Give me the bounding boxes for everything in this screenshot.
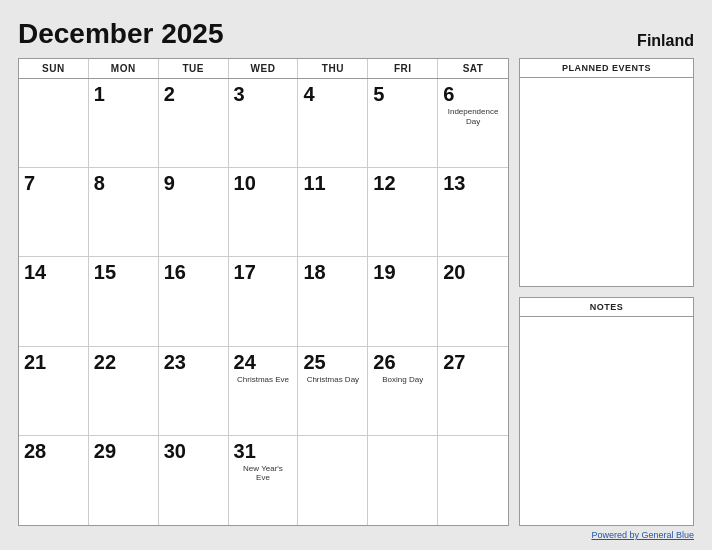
calendar-page: December 2025 Finland SUNMONTUEWEDTHUFRI… bbox=[0, 0, 712, 550]
day-number: 27 bbox=[443, 351, 465, 373]
cal-cell: 27 bbox=[438, 347, 508, 436]
calendar-grid: SUNMONTUEWEDTHUFRISAT 123456Independence… bbox=[18, 58, 509, 526]
day-number: 19 bbox=[373, 261, 395, 283]
cal-cell: 2 bbox=[159, 79, 229, 168]
cal-cell: 6Independence Day bbox=[438, 79, 508, 168]
cal-cell: 25Christmas Day bbox=[298, 347, 368, 436]
planned-events-title: PLANNED EVENTS bbox=[520, 59, 693, 78]
cal-cell bbox=[298, 436, 368, 525]
day-number: 2 bbox=[164, 83, 175, 105]
day-number: 17 bbox=[234, 261, 256, 283]
day-number: 5 bbox=[373, 83, 384, 105]
cal-cell bbox=[368, 436, 438, 525]
cal-cell bbox=[19, 79, 89, 168]
cal-cell: 19 bbox=[368, 257, 438, 346]
weekday-header-thu: THU bbox=[298, 59, 368, 78]
weekday-header-fri: FRI bbox=[368, 59, 438, 78]
cal-cell: 8 bbox=[89, 168, 159, 257]
day-number: 8 bbox=[94, 172, 105, 194]
cal-cell: 14 bbox=[19, 257, 89, 346]
calendar-header: SUNMONTUEWEDTHUFRISAT bbox=[19, 59, 508, 79]
day-number: 14 bbox=[24, 261, 46, 283]
cal-cell: 29 bbox=[89, 436, 159, 525]
day-number: 31 bbox=[234, 440, 256, 462]
cal-cell: 9 bbox=[159, 168, 229, 257]
day-number: 23 bbox=[164, 351, 186, 373]
sidebar: PLANNED EVENTS NOTES bbox=[519, 58, 694, 526]
cal-cell bbox=[438, 436, 508, 525]
day-number: 15 bbox=[94, 261, 116, 283]
day-number: 12 bbox=[373, 172, 395, 194]
cal-cell: 5 bbox=[368, 79, 438, 168]
day-number: 25 bbox=[303, 351, 325, 373]
day-number: 22 bbox=[94, 351, 116, 373]
day-event: Christmas Eve bbox=[234, 375, 293, 385]
cal-cell: 31New Year's Eve bbox=[229, 436, 299, 525]
planned-events-box: PLANNED EVENTS bbox=[519, 58, 694, 287]
cal-cell: 18 bbox=[298, 257, 368, 346]
cal-cell: 26Boxing Day bbox=[368, 347, 438, 436]
cal-cell: 13 bbox=[438, 168, 508, 257]
day-number: 7 bbox=[24, 172, 35, 194]
day-number: 4 bbox=[303, 83, 314, 105]
cal-cell: 3 bbox=[229, 79, 299, 168]
cal-cell: 28 bbox=[19, 436, 89, 525]
day-number: 11 bbox=[303, 172, 325, 194]
day-number: 16 bbox=[164, 261, 186, 283]
weekday-header-sat: SAT bbox=[438, 59, 508, 78]
cal-cell: 12 bbox=[368, 168, 438, 257]
day-number: 20 bbox=[443, 261, 465, 283]
notes-box: NOTES bbox=[519, 297, 694, 526]
calendar-body: 123456Independence Day789101112131415161… bbox=[19, 79, 508, 525]
day-number: 24 bbox=[234, 351, 256, 373]
day-event: New Year's Eve bbox=[234, 464, 293, 483]
planned-events-body bbox=[520, 78, 693, 286]
day-number: 9 bbox=[164, 172, 175, 194]
cal-cell: 10 bbox=[229, 168, 299, 257]
weekday-header-mon: MON bbox=[89, 59, 159, 78]
day-number: 30 bbox=[164, 440, 186, 462]
country-title: Finland bbox=[637, 32, 694, 50]
weekday-header-wed: WED bbox=[229, 59, 299, 78]
cal-cell: 24Christmas Eve bbox=[229, 347, 299, 436]
cal-cell: 30 bbox=[159, 436, 229, 525]
day-number: 21 bbox=[24, 351, 46, 373]
footer: Powered by General Blue bbox=[18, 526, 694, 540]
cal-cell: 15 bbox=[89, 257, 159, 346]
cal-cell: 23 bbox=[159, 347, 229, 436]
cal-cell: 22 bbox=[89, 347, 159, 436]
cal-cell: 1 bbox=[89, 79, 159, 168]
cal-cell: 7 bbox=[19, 168, 89, 257]
header: December 2025 Finland bbox=[18, 18, 694, 50]
day-number: 29 bbox=[94, 440, 116, 462]
day-number: 10 bbox=[234, 172, 256, 194]
cal-cell: 17 bbox=[229, 257, 299, 346]
day-event: Christmas Day bbox=[303, 375, 362, 385]
cal-cell: 4 bbox=[298, 79, 368, 168]
cal-cell: 11 bbox=[298, 168, 368, 257]
day-number: 28 bbox=[24, 440, 46, 462]
day-number: 1 bbox=[94, 83, 105, 105]
notes-body bbox=[520, 317, 693, 525]
cal-cell: 16 bbox=[159, 257, 229, 346]
notes-title: NOTES bbox=[520, 298, 693, 317]
day-number: 6 bbox=[443, 83, 454, 105]
main-area: SUNMONTUEWEDTHUFRISAT 123456Independence… bbox=[18, 58, 694, 526]
weekday-header-tue: TUE bbox=[159, 59, 229, 78]
day-event: Boxing Day bbox=[373, 375, 432, 385]
day-event: Independence Day bbox=[443, 107, 503, 126]
day-number: 3 bbox=[234, 83, 245, 105]
cal-cell: 20 bbox=[438, 257, 508, 346]
day-number: 26 bbox=[373, 351, 395, 373]
powered-by-link[interactable]: Powered by General Blue bbox=[591, 530, 694, 540]
day-number: 18 bbox=[303, 261, 325, 283]
cal-cell: 21 bbox=[19, 347, 89, 436]
month-title: December 2025 bbox=[18, 18, 223, 50]
weekday-header-sun: SUN bbox=[19, 59, 89, 78]
day-number: 13 bbox=[443, 172, 465, 194]
